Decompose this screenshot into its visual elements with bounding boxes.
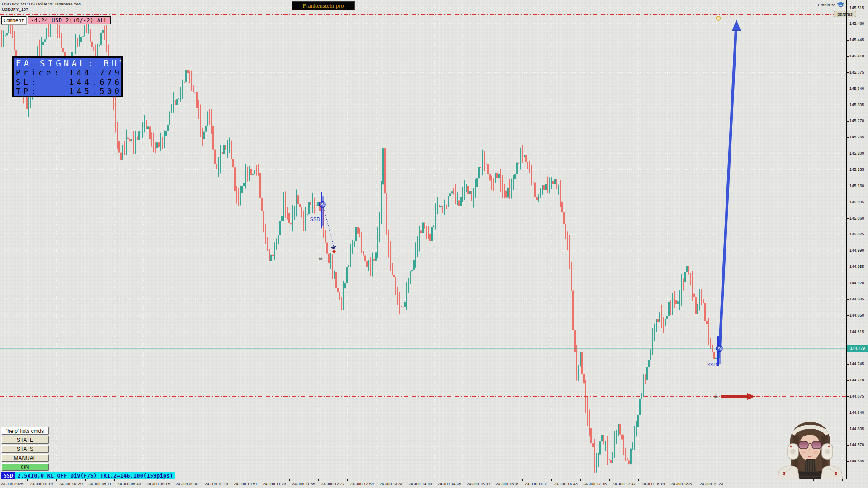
candle-body <box>339 292 340 300</box>
skull-icon: ☠ <box>714 394 718 399</box>
price-axis-tick <box>847 299 849 300</box>
candle-body <box>616 436 617 439</box>
state-button[interactable]: STATE <box>1 436 49 444</box>
price-axis-label: 144.920 <box>849 281 864 285</box>
candle-body <box>656 319 657 332</box>
graduation-cap-icon <box>837 2 844 8</box>
time-axis-label: 24 Jun 19:23 <box>700 482 723 486</box>
price-axis-tick <box>847 89 849 89</box>
candle-body <box>194 92 196 92</box>
price-axis-label: 145.095 <box>849 200 864 204</box>
time-axis-label: 24 Jun 10:19 <box>205 482 228 486</box>
candle-body <box>62 48 64 52</box>
candle-body <box>516 163 518 174</box>
time-axis-tick <box>580 479 581 481</box>
candle-body <box>82 36 84 37</box>
candle-body <box>220 152 221 165</box>
stats-button[interactable]: STATS <box>1 445 49 453</box>
candle-body <box>164 136 165 145</box>
comment-button[interactable]: Comment <box>1 16 26 24</box>
price-axis-label: 144.885 <box>849 297 864 301</box>
price-axis-label: 145.340 <box>849 86 864 91</box>
price-axis-label: 145.480 <box>849 21 864 26</box>
on-toggle-button[interactable]: ON <box>1 463 49 471</box>
time-axis-label: 24 Jun 11:23 <box>263 482 286 486</box>
candle-body <box>556 179 557 189</box>
candle-body <box>487 164 489 174</box>
price-axis-tick <box>847 72 849 73</box>
candle-body <box>283 199 284 216</box>
price-axis-tick <box>847 396 849 397</box>
candle-body <box>675 300 677 304</box>
candle-body <box>681 282 682 298</box>
candle-body <box>259 173 261 198</box>
ea-signal-title: EA SIGNAL: BUY <box>16 58 119 68</box>
price-axis-tick <box>847 40 849 41</box>
candle-body <box>135 137 136 146</box>
candle-body <box>290 223 292 224</box>
candle-body <box>429 234 431 241</box>
candle-body <box>444 206 445 213</box>
candle-body <box>661 312 662 320</box>
candle-body <box>522 154 523 157</box>
candle-body <box>666 316 668 319</box>
time-axis-tick <box>144 479 144 481</box>
time-axis-label: 24 Jun 15:07 <box>467 482 490 486</box>
candle-body <box>231 141 232 159</box>
candle-body <box>609 459 610 460</box>
candle-body <box>361 235 362 251</box>
candle-body <box>708 324 709 340</box>
candle-body <box>80 37 82 42</box>
candle-body <box>373 259 375 261</box>
price-axis-label: 145.445 <box>849 38 864 42</box>
time-axis-tick <box>755 479 755 481</box>
candle-body <box>563 212 565 224</box>
price-axis-tick <box>847 445 849 446</box>
candle-body <box>605 444 606 445</box>
candle-body <box>229 141 230 145</box>
candle-body <box>77 40 78 45</box>
candle-body <box>668 302 670 316</box>
manual-button[interactable]: MANUAL <box>1 454 49 462</box>
candle-body <box>592 443 594 447</box>
candle-body <box>307 214 308 215</box>
candle-body <box>439 205 440 207</box>
candle-body <box>100 33 102 45</box>
candle-body <box>583 374 585 383</box>
candle-body <box>648 360 650 367</box>
price-axis-label: 144.955 <box>849 264 864 269</box>
candle-body <box>241 186 243 193</box>
candle-body <box>442 206 443 213</box>
candle-body <box>310 202 311 205</box>
brand-badge: Frankenstein.pro <box>292 1 355 10</box>
candle-body <box>26 95 28 109</box>
candle-body <box>695 297 697 314</box>
candle-body <box>355 227 357 241</box>
candle-body <box>654 332 655 334</box>
price-axis-tick <box>847 413 849 413</box>
candle-body <box>303 217 304 223</box>
candle-body <box>630 449 632 464</box>
candle-body <box>377 235 378 252</box>
candle-body <box>476 178 478 187</box>
candle-body <box>397 295 398 296</box>
candle-body <box>285 199 286 212</box>
candle-body <box>84 25 85 36</box>
candle-body <box>6 33 8 35</box>
candle-body <box>344 283 346 289</box>
candle-body <box>370 265 371 271</box>
candle-body <box>674 299 675 300</box>
candle-body <box>594 447 595 465</box>
candle-body <box>138 131 140 140</box>
candle-body <box>607 444 608 459</box>
candle-body <box>88 29 89 30</box>
candle-body <box>619 424 621 435</box>
candle-body <box>317 202 319 206</box>
candle-body <box>270 255 272 261</box>
time-axis-label: 24 Jun 16:43 <box>554 482 578 486</box>
candle-body <box>657 319 659 322</box>
candle-body <box>457 201 458 202</box>
time-axis-label: 24 Jun 17:15 <box>583 482 607 486</box>
help-button[interactable]: 'help' lists cmds <box>1 427 49 435</box>
candle-body <box>205 126 207 132</box>
